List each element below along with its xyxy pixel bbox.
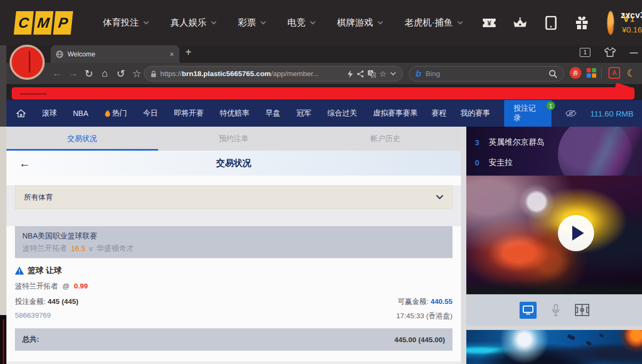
- user-avatar[interactable]: [607, 11, 615, 35]
- toolbar-divider: [601, 68, 602, 78]
- nav-upcoming[interactable]: 即将开赛: [174, 109, 204, 118]
- nav-live-betting[interactable]: 滚球: [42, 109, 57, 118]
- tv-icon: [523, 305, 533, 315]
- home-icon[interactable]: [16, 109, 26, 118]
- bing-search-bar[interactable]: b: [409, 66, 564, 81]
- tab-reserved-bets[interactable]: 预约注单: [158, 127, 310, 151]
- flame-icon: [104, 110, 111, 118]
- coupon-extension-icon[interactable]: 券: [570, 67, 581, 79]
- chevron-down-icon: [143, 21, 149, 24]
- bet-records-button[interactable]: 投注记录 1: [504, 100, 552, 127]
- tab-account-history[interactable]: 帐户历史: [309, 127, 461, 151]
- nav-schedule[interactable]: 赛程: [432, 109, 447, 118]
- bet-id: 586639769: [15, 311, 51, 321]
- banner-decor: [599, 334, 604, 338]
- sport-filter-select[interactable]: 所有体育: [15, 185, 452, 209]
- minimize-button[interactable]: —: [630, 48, 638, 57]
- banner-decor: [586, 341, 592, 346]
- bet-time: 17:45:33 (香港盘): [396, 311, 452, 321]
- window-controls: 1 —: [580, 47, 638, 57]
- pdf-extension-icon[interactable]: A: [608, 67, 620, 79]
- stake-value: 445 (445): [48, 297, 79, 305]
- score-row: 3 英属维尔京群岛: [475, 132, 642, 152]
- dark-mode-icon[interactable]: ☾: [625, 67, 637, 79]
- chevron-down-icon: [260, 21, 266, 24]
- search-input[interactable]: [425, 70, 545, 78]
- tab-counter[interactable]: 1: [580, 48, 590, 57]
- nav-virtual-sports[interactable]: 虚拟赛事: [373, 109, 403, 118]
- shirt-icon[interactable]: [604, 47, 616, 57]
- close-tab-icon[interactable]: ×: [170, 50, 174, 59]
- bookmark-star-icon[interactable]: ☆: [129, 68, 145, 80]
- matchup: 波特兰开拓者 16.5 v 华盛顿奇才: [22, 244, 445, 253]
- crown-icon[interactable]: [513, 16, 527, 30]
- play-button[interactable]: [558, 215, 594, 251]
- back-button[interactable]: ←: [49, 68, 65, 79]
- cmp-logo[interactable]: C M P: [15, 11, 72, 35]
- reload-button[interactable]: ↻: [81, 68, 97, 80]
- bet-records-badge: 1: [546, 101, 555, 110]
- nav-sports[interactable]: 体育投注: [103, 16, 149, 29]
- forward-button[interactable]: →: [65, 68, 81, 79]
- browser-tab-welcome[interactable]: Welcome ×: [51, 45, 179, 63]
- translate-icon[interactable]: 文A: [368, 70, 376, 78]
- video-thumbnail[interactable]: [466, 176, 642, 294]
- bing-logo: b: [416, 69, 421, 79]
- new-tab-button[interactable]: +: [185, 46, 192, 59]
- mobile-icon[interactable]: [544, 16, 558, 30]
- selection-team: 波特兰开拓者: [15, 282, 58, 291]
- nav-results[interactable]: 赛果: [403, 109, 418, 118]
- chevron-down-icon[interactable]: [390, 72, 396, 76]
- away-team: 华盛顿奇才: [96, 244, 134, 253]
- redacted-info-bar: [12, 87, 635, 100]
- account-balance[interactable]: 111.60 RMB: [590, 109, 633, 118]
- nav-lottery[interactable]: 彩票: [238, 16, 266, 29]
- esports-banner[interactable]: [466, 330, 642, 364]
- back-arrow-button[interactable]: ←: [19, 157, 30, 170]
- nav-hot[interactable]: 热门: [104, 109, 127, 118]
- nav-live-casino[interactable]: 真人娱乐: [170, 16, 217, 29]
- nav-early-market[interactable]: 早盘: [266, 109, 281, 118]
- eye-hidden-icon[interactable]: [565, 109, 577, 118]
- extensions-grid-icon[interactable]: [586, 67, 597, 79]
- search-icon[interactable]: [549, 70, 557, 78]
- sport-filter-value: 所有体育: [24, 193, 53, 202]
- panel-header: ← 交易状况: [6, 151, 461, 176]
- share-icon[interactable]: [357, 70, 364, 78]
- undo-button[interactable]: ↺: [113, 68, 129, 80]
- nav-label: 体育投注: [103, 16, 139, 29]
- background-window-strip: [0, 45, 6, 127]
- lock-icon: [151, 70, 157, 78]
- nav-slots-fishing[interactable]: 老虎机·捕鱼: [405, 16, 463, 29]
- nav-today[interactable]: 今日: [143, 109, 158, 118]
- nav-card-games[interactable]: 棋牌游戏: [337, 16, 383, 29]
- address-bar[interactable]: https://brn18.plastic5665765.com/app/mem…: [144, 66, 403, 81]
- match-header: NBA美国职业篮球联赛 波特兰开拓者 16.5 v 华盛顿奇才: [15, 226, 452, 258]
- lightning-icon[interactable]: [348, 70, 353, 78]
- video-view-button[interactable]: [520, 302, 537, 319]
- market-name: 篮球 让球: [28, 266, 62, 276]
- microphone-icon[interactable]: [552, 304, 560, 317]
- home-button[interactable]: ⌂: [97, 68, 113, 79]
- nav-nba[interactable]: NBA: [73, 109, 88, 118]
- redacted-profile-avatar: [10, 45, 45, 80]
- nav-special-odds[interactable]: 特优赔率: [220, 109, 250, 118]
- logo-letter: P: [53, 11, 73, 35]
- browser-tabstrip: Welcome × + 1 —: [0, 45, 642, 63]
- gift-icon[interactable]: [575, 16, 589, 30]
- pitch-view-icon[interactable]: [575, 304, 589, 316]
- voucher-icon[interactable]: ¥: [482, 16, 496, 30]
- chevron-down-icon: [457, 21, 463, 24]
- tab-title: Welcome: [68, 51, 166, 58]
- live-scoreboard[interactable]: 3 英属维尔京群岛 0 安圭拉: [466, 127, 642, 176]
- nav-esports[interactable]: 电竞: [287, 16, 316, 29]
- tab-transaction-status[interactable]: 交易状况: [6, 127, 158, 151]
- globe-icon: [56, 51, 63, 58]
- live-sidebar: 3 英属维尔京群岛 0 安圭拉: [466, 127, 642, 364]
- chevron-down-icon: [436, 195, 443, 200]
- home-score: 3: [475, 138, 481, 147]
- nav-champion[interactable]: 冠军: [297, 109, 311, 118]
- favorite-star-icon[interactable]: ☆: [380, 69, 386, 79]
- nav-my-matches[interactable]: 我的赛事: [460, 109, 490, 118]
- nav-parlay[interactable]: 综合过关: [327, 109, 357, 118]
